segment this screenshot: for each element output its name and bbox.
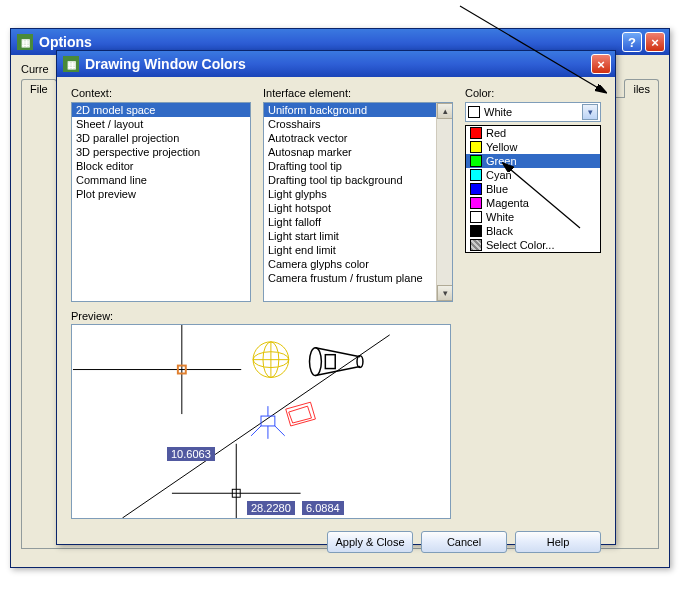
interface-item[interactable]: Light end limit: [264, 243, 452, 257]
color-swatch: [470, 183, 482, 195]
color-combo-value: White: [484, 106, 512, 118]
color-option[interactable]: Blue: [466, 182, 600, 196]
preview-box: 10.6063 28.2280 6.0884: [71, 324, 451, 519]
color-option[interactable]: Red: [466, 126, 600, 140]
interface-item[interactable]: Crosshairs: [264, 117, 452, 131]
tab-files-left[interactable]: File: [21, 79, 57, 98]
color-column: Color: White ▾ RedYellowGreenCyanBlueMag…: [465, 87, 601, 122]
tab-files-right[interactable]: iles: [624, 79, 659, 98]
help-button[interactable]: Help: [515, 531, 601, 553]
scrollbar[interactable]: ▴ ▾: [436, 103, 452, 301]
close-button[interactable]: ×: [645, 32, 665, 52]
svg-line-13: [315, 348, 360, 357]
color-swatch: [470, 211, 482, 223]
scroll-up-arrow[interactable]: ▴: [437, 103, 453, 119]
color-combo-swatch: [468, 106, 480, 118]
context-item[interactable]: 3D perspective projection: [72, 145, 250, 159]
color-option-label: Cyan: [486, 169, 512, 181]
color-swatch: [470, 155, 482, 167]
preview-label: Preview:: [71, 310, 601, 322]
interface-item[interactable]: Drafting tool tip: [264, 159, 452, 173]
interface-item[interactable]: Light glyphs: [264, 187, 452, 201]
svg-line-20: [275, 426, 285, 436]
close-icon[interactable]: ×: [591, 54, 611, 74]
color-option-label: Red: [486, 127, 506, 139]
context-column: Context: 2D model spaceSheet / layout3D …: [71, 87, 251, 302]
interface-item[interactable]: Uniform background: [264, 103, 452, 117]
color-option-label: Black: [486, 225, 513, 237]
apply-close-button[interactable]: Apply & Close: [327, 531, 413, 553]
color-swatch: [470, 169, 482, 181]
color-swatch: [470, 225, 482, 237]
context-item[interactable]: Plot preview: [72, 187, 250, 201]
app-icon: ▦: [17, 34, 33, 50]
context-item[interactable]: Sheet / layout: [72, 117, 250, 131]
context-item[interactable]: Block editor: [72, 159, 250, 173]
color-label: Color:: [465, 87, 601, 99]
interface-item[interactable]: Light start limit: [264, 229, 452, 243]
scroll-down-arrow[interactable]: ▾: [437, 285, 453, 301]
interface-item[interactable]: Autosnap marker: [264, 145, 452, 159]
cancel-button[interactable]: Cancel: [421, 531, 507, 553]
color-swatch: [470, 197, 482, 209]
svg-line-3: [122, 335, 389, 518]
interface-item[interactable]: Camera frustum / frustum plane: [264, 271, 452, 285]
chevron-down-icon[interactable]: ▾: [582, 104, 598, 120]
color-swatch: [470, 127, 482, 139]
color-option[interactable]: Black: [466, 224, 600, 238]
color-option[interactable]: Cyan: [466, 168, 600, 182]
drawing-colors-dialog: ▦ Drawing Window Colors × Context: 2D mo…: [56, 50, 616, 545]
color-option-label: Magenta: [486, 197, 529, 209]
color-combo[interactable]: White ▾: [465, 102, 601, 122]
dialog-buttons: Apply & Close Cancel Help: [71, 531, 601, 553]
context-label: Context:: [71, 87, 251, 99]
preview-drawing: [72, 325, 450, 518]
interface-item[interactable]: Light hotspot: [264, 201, 452, 215]
help-button[interactable]: ?: [622, 32, 642, 52]
context-listbox[interactable]: 2D model spaceSheet / layout3D parallel …: [71, 102, 251, 302]
color-dropdown[interactable]: RedYellowGreenCyanBlueMagentaWhiteBlackS…: [465, 125, 601, 253]
color-swatch: [470, 239, 482, 251]
interface-label: Interface element:: [263, 87, 453, 99]
color-option[interactable]: Green: [466, 154, 600, 168]
color-option[interactable]: Magenta: [466, 196, 600, 210]
interface-item[interactable]: Autotrack vector: [264, 131, 452, 145]
context-item[interactable]: 3D parallel projection: [72, 131, 250, 145]
color-option-label: White: [486, 211, 514, 223]
context-item[interactable]: Command line: [72, 173, 250, 187]
dialog-title: Drawing Window Colors: [85, 56, 591, 72]
interface-item[interactable]: Camera glyphs color: [264, 257, 452, 271]
color-option-label: Blue: [486, 183, 508, 195]
coord-value-2: 28.2280: [247, 501, 295, 515]
coord-value-3: 6.0884: [302, 501, 344, 515]
svg-point-12: [309, 348, 321, 376]
color-option-label: Select Color...: [486, 239, 554, 251]
color-swatch: [470, 141, 482, 153]
coord-value-1: 10.6063: [167, 447, 215, 461]
color-option[interactable]: Yellow: [466, 140, 600, 154]
color-option-label: Green: [486, 155, 517, 167]
color-option-label: Yellow: [486, 141, 517, 153]
options-title: Options: [39, 34, 622, 50]
svg-point-15: [357, 356, 363, 368]
context-item[interactable]: 2D model space: [72, 103, 250, 117]
color-option[interactable]: White: [466, 210, 600, 224]
interface-listbox[interactable]: Uniform backgroundCrosshairsAutotrack ve…: [263, 102, 453, 302]
dialog-titlebar: ▦ Drawing Window Colors ×: [57, 51, 615, 77]
interface-column: Interface element: Uniform backgroundCro…: [263, 87, 453, 302]
svg-rect-16: [325, 355, 335, 369]
app-icon: ▦: [63, 56, 79, 72]
svg-line-14: [315, 367, 360, 376]
svg-rect-17: [261, 416, 275, 426]
svg-line-19: [251, 426, 261, 436]
interface-item[interactable]: Drafting tool tip background: [264, 173, 452, 187]
color-option[interactable]: Select Color...: [466, 238, 600, 252]
interface-item[interactable]: Light falloff: [264, 215, 452, 229]
